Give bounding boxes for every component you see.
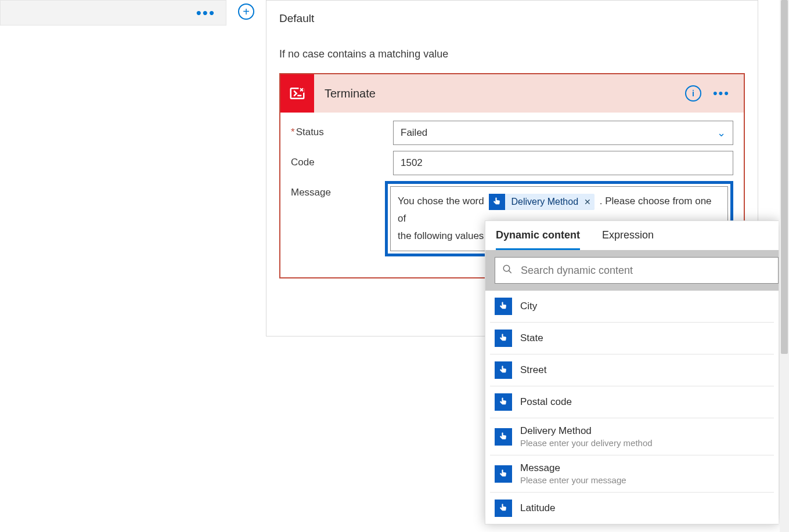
finger-icon — [495, 500, 512, 517]
item-title: City — [520, 301, 537, 312]
message-text-prefix: You chose the word — [398, 196, 487, 207]
status-dropdown[interactable]: Failed ⌄ — [393, 121, 733, 145]
terminate-header[interactable]: Terminate i ••• — [280, 74, 744, 113]
finger-icon — [495, 393, 512, 411]
item-title: Latitude — [520, 502, 556, 514]
dynamic-content-list: City State Street Postal code Delivery M… — [485, 291, 779, 524]
list-item[interactable]: City — [490, 291, 774, 323]
tab-dynamic-content[interactable]: Dynamic content — [496, 229, 580, 250]
page-scrollbar[interactable] — [780, 0, 789, 532]
svg-point-2 — [503, 265, 510, 272]
svg-line-3 — [509, 270, 511, 273]
card-subtitle: If no case contains a matching value — [266, 28, 758, 73]
terminate-title: Terminate — [325, 87, 685, 100]
terminate-more-menu[interactable]: ••• — [713, 86, 736, 101]
code-value: 1502 — [401, 157, 423, 169]
item-title: Message — [520, 462, 626, 474]
info-icon[interactable]: i — [685, 85, 701, 102]
item-subtitle: Please enter your message — [520, 475, 626, 485]
list-item[interactable]: Message Please enter your message — [490, 455, 774, 493]
item-title: Postal code — [520, 396, 572, 408]
code-label: Code — [291, 151, 393, 168]
token-label: Delivery Method — [511, 193, 578, 211]
item-subtitle: Please enter your delivery method — [520, 438, 653, 448]
message-label: Message — [291, 181, 393, 198]
status-label: *Status — [291, 121, 393, 138]
finger-icon — [495, 298, 512, 315]
list-item[interactable]: Delivery Method Please enter your delive… — [490, 418, 774, 455]
item-title: Delivery Method — [520, 425, 653, 437]
item-title: Street — [520, 364, 546, 376]
list-item[interactable]: State — [490, 323, 774, 354]
finger-icon — [495, 465, 512, 483]
token-remove-icon[interactable]: ✕ — [584, 193, 591, 211]
dynamic-token-delivery-method[interactable]: Delivery Method ✕ — [489, 194, 595, 210]
chevron-down-icon: ⌄ — [717, 126, 726, 139]
search-box[interactable] — [495, 257, 779, 284]
step-more-menu[interactable]: ••• — [196, 10, 215, 16]
search-input[interactable] — [521, 265, 771, 277]
finger-icon — [495, 428, 512, 446]
scrollbar-thumb[interactable] — [781, 0, 788, 354]
add-action-button[interactable]: + — [238, 3, 254, 20]
list-item[interactable]: Street — [490, 354, 774, 386]
dynamic-content-popover: Dynamic content Expression City State St… — [485, 220, 779, 524]
list-item[interactable]: Latitude — [490, 493, 774, 524]
finger-icon — [489, 194, 505, 210]
card-title: Default — [266, 1, 758, 28]
previous-step-placeholder: ••• — [0, 0, 226, 26]
list-item[interactable]: Postal code — [490, 386, 774, 418]
tab-expression[interactable]: Expression — [602, 229, 654, 250]
finger-icon — [495, 361, 512, 379]
search-icon — [502, 264, 513, 277]
item-title: State — [520, 332, 543, 344]
status-value: Failed — [401, 127, 427, 139]
code-input[interactable]: 1502 — [393, 151, 733, 175]
finger-icon — [495, 330, 512, 347]
terminate-icon — [280, 74, 314, 113]
